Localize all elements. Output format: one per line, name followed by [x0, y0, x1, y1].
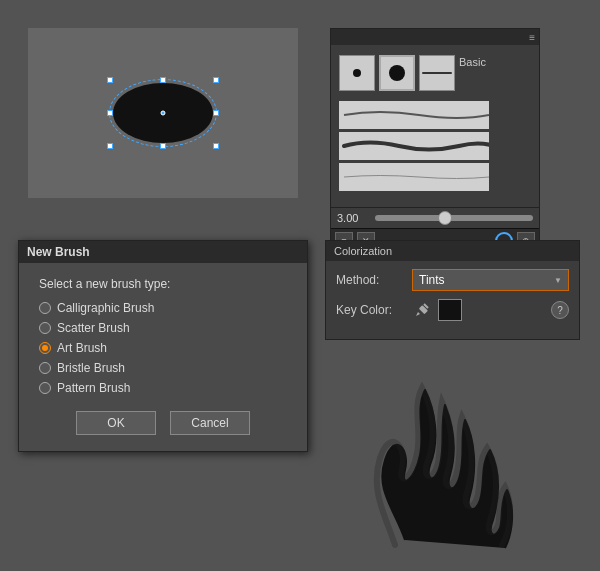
stroke-preview-3[interactable] [339, 163, 489, 191]
ok-button[interactable]: OK [76, 411, 156, 435]
dialog-titlebar: New Brush [19, 241, 307, 263]
brush-thumb-1[interactable] [339, 55, 375, 91]
handle-top-right[interactable] [213, 77, 219, 83]
svg-marker-2 [416, 312, 420, 316]
radio-bristle[interactable]: Bristle Brush [39, 361, 287, 375]
dialog-body: Select a new brush type: Calligraphic Br… [19, 263, 307, 451]
radio-calligraphic-circle[interactable] [39, 302, 51, 314]
brush-art-svg [345, 370, 565, 550]
radio-art-label: Art Brush [57, 341, 107, 355]
brush-size-thumb[interactable] [438, 211, 452, 225]
dropdown-arrow-icon: ▼ [554, 276, 562, 285]
brush-dot-large [389, 65, 405, 81]
radio-art[interactable]: Art Brush [39, 341, 287, 355]
brush-panel-footer: 3.00 [331, 207, 539, 228]
new-brush-dialog: New Brush Select a new brush type: Calli… [18, 240, 308, 452]
basic-label: Basic [459, 56, 486, 68]
tip-icon[interactable]: ? [551, 301, 569, 319]
brush-size-value: 3.00 [337, 212, 369, 224]
radio-bristle-label: Bristle Brush [57, 361, 125, 375]
radio-scatter[interactable]: Scatter Brush [39, 321, 287, 335]
radio-art-circle[interactable] [39, 342, 51, 354]
method-value: Tints [419, 273, 445, 287]
key-color-swatch[interactable] [438, 299, 462, 321]
cancel-button[interactable]: Cancel [170, 411, 250, 435]
dialog-select-label: Select a new brush type: [39, 277, 287, 291]
radio-calligraphic-label: Calligraphic Brush [57, 301, 154, 315]
colorization-panel: Colorization Method: Tints ▼ Key Color: … [325, 240, 580, 340]
panel-menu-icon[interactable]: ≡ [529, 32, 535, 43]
stroke-preview-2[interactable] [339, 132, 489, 160]
handle-mid-right[interactable] [213, 110, 219, 116]
brush-panel-body: Basic [331, 45, 527, 207]
brush-dot-small [353, 69, 361, 77]
key-color-label: Key Color: [336, 303, 406, 317]
handle-bottom-mid[interactable] [160, 143, 166, 149]
colorization-titlebar: Colorization [326, 241, 579, 261]
dialog-buttons: OK Cancel [39, 411, 287, 439]
radio-scatter-label: Scatter Brush [57, 321, 130, 335]
brush-size-slider[interactable] [375, 215, 533, 221]
brush-line-icon [422, 72, 452, 74]
dialog-title: New Brush [27, 245, 90, 259]
handle-bottom-right[interactable] [213, 143, 219, 149]
brush-art [325, 360, 585, 560]
brush-thumb-3[interactable] [419, 55, 455, 91]
colorization-body: Method: Tints ▼ Key Color: ? [326, 261, 579, 339]
canvas-area [28, 28, 298, 198]
radio-pattern-label: Pattern Brush [57, 381, 130, 395]
colorization-title: Colorization [334, 245, 392, 257]
eyedropper-icon[interactable] [412, 300, 432, 320]
radio-calligraphic[interactable]: Calligraphic Brush [39, 301, 287, 315]
method-label: Method: [336, 273, 406, 287]
method-dropdown[interactable]: Tints ▼ [412, 269, 569, 291]
radio-scatter-circle[interactable] [39, 322, 51, 334]
brush-panel-titlebar: ≡ [331, 29, 539, 45]
key-color-row: Key Color: ? [336, 299, 569, 321]
radio-pattern-circle[interactable] [39, 382, 51, 394]
stroke-preview-1[interactable] [339, 101, 489, 129]
brush-thumb-2[interactable] [379, 55, 415, 91]
radio-bristle-circle[interactable] [39, 362, 51, 374]
method-row: Method: Tints ▼ [336, 269, 569, 291]
brush-panel: ≡ Basic [330, 28, 540, 253]
handle-top-left[interactable] [107, 77, 113, 83]
radio-pattern[interactable]: Pattern Brush [39, 381, 287, 395]
handle-bottom-left[interactable] [107, 143, 113, 149]
canvas-ellipse-container [113, 83, 213, 143]
center-dot [161, 111, 166, 116]
